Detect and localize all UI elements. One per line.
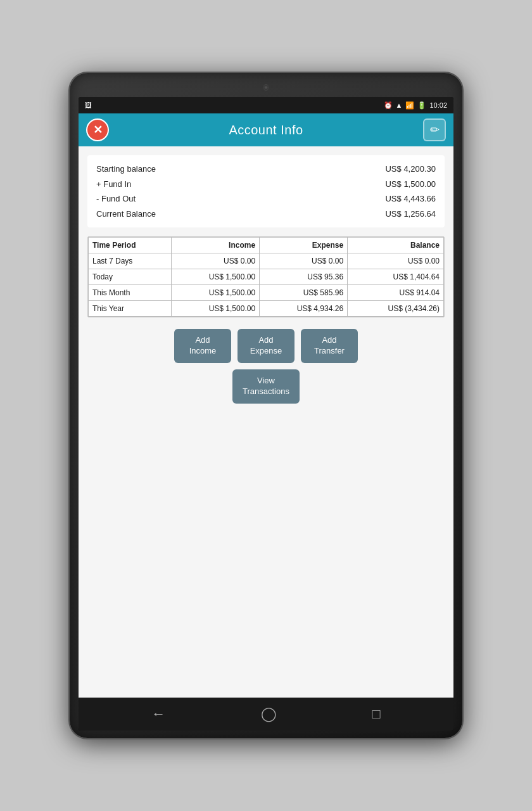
recent-apps-button[interactable]: □ [372, 706, 380, 722]
table-row: Today US$ 1,500.00 US$ 95.36 US$ 1,404.6… [89, 269, 444, 285]
current-balance-label: Current Balance [96, 208, 156, 220]
starting-balance-value: US$ 4,200.30 [385, 163, 436, 176]
close-icon: ✕ [93, 123, 103, 137]
app-header: ✕ Account Info ✏ [79, 113, 453, 146]
fund-in-label: + Fund In [96, 178, 131, 191]
app-screen: ✕ Account Info ✏ Starting balance US$ 4,… [79, 113, 453, 698]
balance-row-fund-out: - Fund Out US$ 4,443.66 [96, 191, 436, 207]
clock: 10:02 [429, 101, 447, 109]
add-income-button[interactable]: AddIncome [174, 329, 231, 363]
content-area: Starting balance US$ 4,200.30 + Fund In … [79, 146, 453, 698]
status-bar: 🖼 ⏰ ▲ 📶 🔋 10:02 [79, 97, 453, 113]
page-title: Account Info [229, 123, 303, 137]
income-cell: US$ 1,500.00 [172, 301, 260, 317]
edit-icon: ✏ [430, 123, 440, 137]
tablet-device: 🖼 ⏰ ▲ 📶 🔋 10:02 ✕ Account Info ✏ [70, 73, 462, 738]
col-header-balance: Balance [348, 238, 444, 253]
income-cell: US$ 1,500.00 [172, 269, 260, 285]
bottom-btn-row: ViewTransactions [232, 369, 300, 404]
front-camera [263, 84, 269, 91]
balance-row-starting: Starting balance US$ 4,200.30 [96, 162, 436, 177]
fund-out-label: - Fund Out [96, 193, 136, 205]
income-cell: US$ 1,500.00 [172, 285, 260, 301]
notification-icon: 🖼 [85, 101, 92, 109]
expense-cell: US$ 95.36 [260, 269, 348, 285]
fund-in-value: US$ 1,500.00 [385, 178, 436, 191]
add-expense-button[interactable]: AddExpense [238, 329, 294, 363]
balance-row-fund-in: + Fund In US$ 1,500.00 [96, 177, 436, 192]
status-right-icons: ⏰ ▲ 📶 🔋 10:02 [384, 101, 447, 110]
expense-cell: US$ 585.96 [260, 285, 348, 301]
add-transfer-button[interactable]: AddTransfer [301, 329, 358, 363]
period-cell: This Year [89, 301, 172, 317]
fund-out-value: US$ 4,443.66 [385, 193, 436, 205]
expense-cell: US$ 0.00 [260, 253, 348, 269]
nav-bar: ← ◯ □ [79, 698, 453, 731]
balance-cell: US$ 1,404.64 [348, 269, 444, 285]
table-row: This Month US$ 1,500.00 US$ 585.96 US$ 9… [89, 285, 444, 301]
battery-icon: 🔋 [417, 101, 426, 110]
wifi-icon: ▲ [396, 101, 403, 109]
view-transactions-button[interactable]: ViewTransactions [232, 369, 300, 404]
edit-button[interactable]: ✏ [423, 118, 446, 141]
period-cell: Last 7 Days [89, 253, 172, 269]
screen: 🖼 ⏰ ▲ 📶 🔋 10:02 ✕ Account Info ✏ [79, 97, 453, 731]
transactions-table: Time Period Income Expense Balance Last … [87, 236, 445, 317]
period-cell: This Month [89, 285, 172, 301]
top-btn-row: AddIncome AddExpense AddTransfer [174, 329, 358, 363]
balance-cell: US$ 914.04 [348, 285, 444, 301]
col-header-period: Time Period [89, 238, 172, 253]
col-header-income: Income [172, 238, 260, 253]
table-row: This Year US$ 1,500.00 US$ 4,934.26 US$ … [89, 301, 444, 317]
income-cell: US$ 0.00 [172, 253, 260, 269]
balance-cell: US$ 0.00 [348, 253, 444, 269]
action-buttons: AddIncome AddExpense AddTransfer ViewTra… [87, 329, 445, 404]
balance-row-current: Current Balance US$ 1,256.64 [96, 207, 436, 222]
table-row: Last 7 Days US$ 0.00 US$ 0.00 US$ 0.00 [89, 253, 444, 269]
alarm-icon: ⏰ [384, 101, 393, 110]
expense-cell: US$ 4,934.26 [260, 301, 348, 317]
home-button[interactable]: ◯ [261, 706, 277, 722]
balance-cell: US$ (3,434.26) [348, 301, 444, 317]
close-button[interactable]: ✕ [86, 118, 109, 141]
current-balance-value: US$ 1,256.64 [385, 208, 436, 220]
signal-icon: 📶 [405, 101, 414, 110]
starting-balance-label: Starting balance [96, 163, 156, 176]
col-header-expense: Expense [260, 238, 348, 253]
back-button[interactable]: ← [151, 706, 165, 722]
period-cell: Today [89, 269, 172, 285]
status-left-icons: 🖼 [85, 101, 92, 109]
balance-section: Starting balance US$ 4,200.30 + Fund In … [87, 155, 445, 227]
